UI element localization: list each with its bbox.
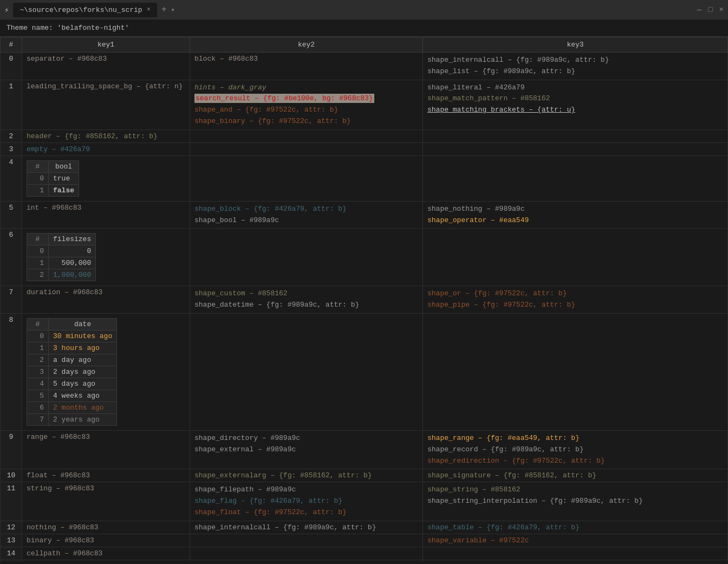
table-row: 0 separator – #968c83 block – #968c83 sh… <box>1 53 728 80</box>
row-7-key1: duration – #968c83 <box>22 286 190 314</box>
row-index-2: 2 <box>1 129 22 142</box>
row-11-key2: shape_filepath – #989a9c shape_flag – {f… <box>190 482 423 521</box>
col-header-key3: key3 <box>423 37 728 53</box>
col-header-key2: key2 <box>190 37 423 53</box>
table-row: 3 empty – #426a79 <box>1 142 728 155</box>
new-tab-icon[interactable]: + <box>161 5 167 15</box>
titlebar: ⚡ ~\source\repos\forks\nu_scrip × + ▾ — … <box>0 0 728 20</box>
filesizes-inner-table: # filesizes 0 0 1 500,000 <box>27 233 96 281</box>
row-1-key1: leading_trailing_space_bg – {attr: n} <box>22 80 190 129</box>
row-10-key1: float – #968c83 <box>22 469 190 482</box>
row-2-key2 <box>190 129 423 142</box>
row-5-key3: shape_nothing – #989a9c shape_operator –… <box>423 201 728 229</box>
theme-name-text: Theme name: 'belafonte-night' <box>6 24 129 32</box>
row-4-key3 <box>423 155 728 201</box>
row-index-5: 5 <box>1 201 22 229</box>
row-1-key2: hints – dark_gray search_result – {fg: #… <box>190 80 423 129</box>
table-row: 15 row_index – {fg: #858162, attr: b} sh… <box>1 560 728 562</box>
row-15-key1: row_index – {fg: #858162, attr: b} <box>22 560 190 562</box>
row-5-key2: shape_block – {fg: #426a79, attr: b} sha… <box>190 201 423 229</box>
col-header-key1: key1 <box>22 37 190 53</box>
row-index-8: 8 <box>1 313 22 430</box>
row-12-key3: shape_table – {fg: #426a79, attr: b} <box>423 521 728 534</box>
row-0-key3: shape_internalcall – {fg: #989a9c, attr:… <box>423 53 728 80</box>
row-6-key1: # filesizes 0 0 1 500,000 <box>22 229 190 286</box>
row-3-key2 <box>190 142 423 155</box>
row-9-key3: shape_range – {fg: #eaa549, attr: b} sha… <box>423 430 728 469</box>
row-index-1: 1 <box>1 80 22 129</box>
row-2-key1: header – {fg: #858162, attr: b} <box>22 129 190 142</box>
row-index-0: 0 <box>1 53 22 80</box>
row-0-key1: separator – #968c83 <box>22 53 190 80</box>
row-4-key2 <box>190 155 423 201</box>
row-12-key2: shape_internalcall – {fg: #989a9c, attr:… <box>190 521 423 534</box>
row-3-key3 <box>423 142 728 155</box>
table-row: 8 # date 0 30 minutes ago <box>1 313 728 430</box>
row-index-4: 4 <box>1 155 22 201</box>
row-index-13: 13 <box>1 534 22 547</box>
row-9-key1: range – #968c83 <box>22 430 190 469</box>
row-6-key3 <box>423 229 728 286</box>
active-tab[interactable]: ~\source\repos\forks\nu_scrip × <box>13 3 157 17</box>
tab-close-icon[interactable]: × <box>147 6 151 14</box>
row-14-key3 <box>423 547 728 560</box>
row-index-9: 9 <box>1 430 22 469</box>
row-15-key2: shape_garbage – {fg: #FFFFFF, bg: #FF000… <box>190 560 423 562</box>
row-7-key3: shape_or – {fg: #97522c, attr: b} shape_… <box>423 286 728 314</box>
col-header-index: # <box>1 37 22 53</box>
table-row: 4 # bool 0 true <box>1 155 728 201</box>
data-table: # key1 key2 key3 0 separator – #968c83 b… <box>0 37 728 562</box>
row-3-key1: empty – #426a79 <box>22 142 190 155</box>
row-8-key1: # date 0 30 minutes ago 1 3 hours ago <box>22 313 190 430</box>
table-row: 5 int – #968c83 shape_block – {fg: #426a… <box>1 201 728 229</box>
table-row: 9 range – #968c83 shape_directory – #989… <box>1 430 728 469</box>
row-15-key3 <box>423 560 728 562</box>
table-row: 13 binary – #968c83 shape_variable – #97… <box>1 534 728 547</box>
table-row: 14 cellpath – #968c83 <box>1 547 728 560</box>
row-4-key1: # bool 0 true 1 false <box>22 155 190 201</box>
table-row: 2 header – {fg: #858162, attr: b} <box>1 129 728 142</box>
close-window-icon[interactable]: × <box>719 5 724 14</box>
table-row: 6 # filesizes 0 0 <box>1 229 728 286</box>
minimize-icon[interactable]: — <box>697 5 701 14</box>
row-10-key2: shape_externalarg – {fg: #858162, attr: … <box>190 469 423 482</box>
main-content[interactable]: # key1 key2 key3 0 separator – #968c83 b… <box>0 37 728 562</box>
date-inner-table: # date 0 30 minutes ago 1 3 hours ago <box>27 318 117 426</box>
table-row: 12 nothing – #968c83 shape_internalcall … <box>1 521 728 534</box>
table-header-row: # key1 key2 key3 <box>1 37 728 53</box>
table-row: 7 duration – #968c83 shape_custom – #858… <box>1 286 728 314</box>
tab-label: ~\source\repos\forks\nu_scrip <box>20 6 142 14</box>
row-index-12: 12 <box>1 521 22 534</box>
row-9-key2: shape_directory – #989a9c shape_external… <box>190 430 423 469</box>
row-index-7: 7 <box>1 286 22 314</box>
theme-name-line: Theme name: 'belafonte-night' <box>0 20 728 37</box>
table-row: 11 string – #968c83 shape_filepath – #98… <box>1 482 728 521</box>
maximize-icon[interactable]: □ <box>708 5 712 14</box>
row-index-10: 10 <box>1 469 22 482</box>
terminal-icon: ⚡ <box>4 5 9 15</box>
tab-dropdown-icon[interactable]: ▾ <box>171 6 175 14</box>
row-index-11: 11 <box>1 482 22 521</box>
row-10-key3: shape_signature – {fg: #858162, attr: b} <box>423 469 728 482</box>
table-row: 10 float – #968c83 shape_externalarg – {… <box>1 469 728 482</box>
row-index-6: 6 <box>1 229 22 286</box>
row-0-key2: block – #968c83 <box>190 53 423 80</box>
bool-inner-table: # bool 0 true 1 false <box>27 160 79 197</box>
row-6-key2 <box>190 229 423 286</box>
window-controls: — □ × <box>697 5 724 14</box>
row-12-key1: nothing – #968c83 <box>22 521 190 534</box>
row-11-key1: string – #968c83 <box>22 482 190 521</box>
row-5-key1: int – #968c83 <box>22 201 190 229</box>
row-index-14: 14 <box>1 547 22 560</box>
row-8-key2 <box>190 313 423 430</box>
row-7-key2: shape_custom – #858162 shape_datetime – … <box>190 286 423 314</box>
row-13-key2 <box>190 534 423 547</box>
row-1-key3: shape_literal – #426a79 shape_match_patt… <box>423 80 728 129</box>
row-14-key2 <box>190 547 423 560</box>
row-index-3: 3 <box>1 142 22 155</box>
row-13-key1: binary – #968c83 <box>22 534 190 547</box>
row-2-key3 <box>423 129 728 142</box>
table-row: 1 leading_trailing_space_bg – {attr: n} … <box>1 80 728 129</box>
row-8-key3 <box>423 313 728 430</box>
row-11-key3: shape_string – #858162 shape_string_inte… <box>423 482 728 521</box>
